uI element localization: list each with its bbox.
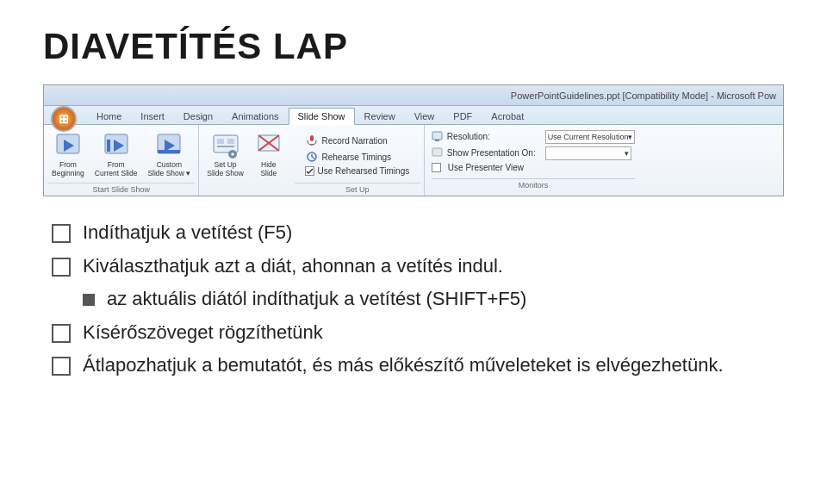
bullet-item-4: Kísérőszöveget rögzíthetünk [52, 320, 784, 345]
tab-insert[interactable]: Insert [131, 108, 174, 125]
btn-hide-label: HideSlide [260, 160, 277, 177]
tab-review[interactable]: Review [355, 108, 405, 125]
page-title: DIAVETÍTÉS LAP [43, 26, 784, 67]
bullet-item-2: Kiválaszthatjuk azt a diát, ahonnan a ve… [52, 254, 784, 279]
btn-custom-slideshow[interactable]: CustomSlide Show ▾ [143, 129, 195, 180]
ribbon-titlebar-text: PowerPointGuidelines.ppt [Compatibility … [511, 90, 776, 101]
hide-slide-icon [255, 132, 283, 159]
btn-custom-label: CustomSlide Show ▾ [147, 160, 190, 177]
use-rehearsed-checkbox[interactable] [305, 166, 314, 176]
btn-use-rehearsed[interactable]: Use Rehearsed Timings [302, 165, 412, 177]
from-beginning-icon [54, 132, 82, 159]
sub-bullet-item-3: az aktuális diától indíthatjuk a vetítés… [52, 287, 784, 312]
group-setup-label: Set Up [295, 183, 420, 196]
group-start-label: Start Slide Show [47, 183, 195, 196]
show-presentation-label: Show Presentation On: [447, 148, 542, 158]
resolution-icon [432, 131, 444, 143]
svg-rect-16 [310, 135, 314, 141]
tab-animations[interactable]: Animations [222, 108, 288, 125]
sub-bullet-icon-3 [83, 294, 95, 306]
btn-from-beginning[interactable]: FromBeginning [47, 129, 89, 180]
bullet-text-5: Átlapozhatjuk a bemutatót, és más előkés… [83, 353, 784, 378]
rehearse-timings-label: Rehearse Timings [321, 152, 391, 162]
tabs-row: Home Insert Design Animations Slide Show… [44, 106, 783, 125]
show-presentation-row: Show Presentation On: ▾ [432, 146, 636, 160]
bullet-list: Indíthatjuk a vetítést (F5) Kiválaszthat… [43, 221, 784, 378]
bullet-text-2: Kiválaszthatjuk azt a diát, ahonnan a ve… [83, 254, 784, 279]
tab-slideshow[interactable]: Slide Show [289, 108, 355, 125]
svg-line-20 [312, 157, 314, 159]
resolution-label: Resolution: [447, 132, 542, 141]
tab-view[interactable]: View [405, 108, 445, 125]
tab-acrobat[interactable]: Acrobat [482, 108, 533, 125]
btn-from-beginning-label: FromBeginning [52, 160, 84, 177]
svg-rect-22 [435, 140, 439, 141]
btn-from-current[interactable]: FromCurrent Slide [90, 129, 142, 180]
bullet-item-1: Indíthatjuk a vetítést (F5) [52, 221, 784, 246]
record-narration-label: Record Narration [321, 136, 387, 146]
ribbon-container: PowerPointGuidelines.ppt [Compatibility … [43, 84, 784, 196]
resolution-dropdown[interactable]: Use Current Resolution ▾ [545, 130, 636, 144]
group-start-slideshow: FromBeginning FromCurrent Slide [44, 125, 199, 196]
presenter-view-checkbox[interactable] [432, 163, 441, 172]
resolution-value: Use Current Resolution [548, 133, 629, 141]
tab-design[interactable]: Design [174, 108, 222, 125]
office-button[interactable]: ⊞ [51, 106, 77, 132]
svg-rect-9 [217, 139, 224, 144]
presenter-view-row: Use Presenter View [432, 163, 636, 172]
show-presentation-icon [432, 147, 444, 159]
ribbon-titlebar: PowerPointGuidelines.ppt [Compatibility … [44, 85, 783, 106]
tab-pdf[interactable]: PDF [444, 108, 482, 125]
custom-slideshow-icon [155, 132, 183, 159]
svg-rect-23 [432, 148, 442, 156]
svg-rect-11 [217, 146, 234, 147]
group-setup-right: Record Narration Rehearse [291, 125, 425, 196]
record-narration-icon [305, 134, 319, 147]
tab-home[interactable]: Home [87, 108, 131, 125]
btn-setup-slideshow[interactable]: Set UpSlide Show [202, 129, 248, 180]
group-monitors: Resolution: Use Current Resolution ▾ Sho… [425, 125, 643, 196]
svg-rect-7 [158, 150, 180, 153]
btn-hide-slide[interactable]: HideSlide [250, 129, 288, 180]
svg-rect-4 [107, 140, 110, 152]
bullet-icon-5 [52, 357, 71, 376]
sub-bullet-text-3: az aktuális diától indíthatjuk a vetítés… [107, 287, 784, 312]
svg-rect-21 [432, 132, 442, 140]
show-presentation-dropdown[interactable]: ▾ [545, 146, 631, 160]
btn-record-narration[interactable]: Record Narration [302, 133, 412, 148]
ribbon-body: FromBeginning FromCurrent Slide [44, 125, 783, 196]
rehearse-timings-icon [305, 150, 319, 164]
btn-from-current-label: FromCurrent Slide [95, 160, 138, 177]
btn-rehearse-timings[interactable]: Rehearse Timings [302, 149, 412, 165]
use-rehearsed-label: Use Rehearsed Timings [317, 166, 409, 176]
monitors-label: Monitors [432, 178, 636, 191]
presenter-view-label: Use Presenter View [448, 163, 524, 172]
bullet-icon-4 [52, 324, 71, 343]
group-setup: Set UpSlide Show HideSlide [199, 125, 291, 196]
setup-slideshow-icon [212, 132, 239, 159]
bullet-text-4: Kísérőszöveget rögzíthetünk [83, 320, 784, 345]
btn-setup-label: Set UpSlide Show [207, 160, 244, 177]
bullet-text-1: Indíthatjuk a vetítést (F5) [83, 221, 784, 246]
bullet-icon-2 [52, 258, 71, 277]
from-current-icon [103, 132, 130, 159]
resolution-row: Resolution: Use Current Resolution ▾ [432, 130, 636, 144]
bullet-icon-1 [52, 224, 71, 243]
bullet-item-5: Átlapozhatjuk a bemutatót, és más előkés… [52, 353, 784, 378]
svg-rect-10 [227, 139, 234, 144]
